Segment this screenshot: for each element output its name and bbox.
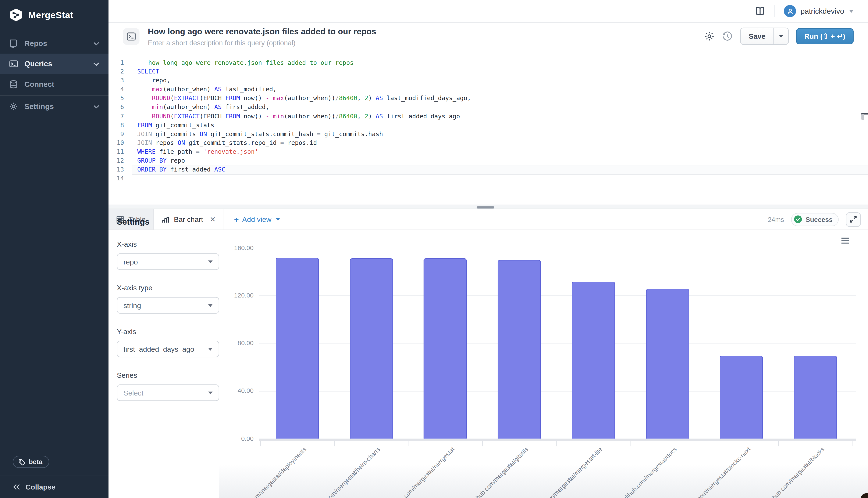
code-text: ROUND(EXTRACT(EPOCH FROM now() - min(aut…: [132, 112, 868, 121]
y-axis-tick-label: 0.00: [219, 435, 253, 442]
query-settings-gear-button[interactable]: [704, 31, 715, 41]
tag-icon: [18, 458, 25, 466]
sidebar-item-label: Repos: [24, 39, 87, 48]
code-line[interactable]: 2SELECT: [108, 67, 868, 76]
code-text: max(author_when) AS last_modified,: [132, 85, 868, 94]
code-text: ROUND(EXTRACT(EPOCH FROM now() - max(aut…: [132, 94, 868, 103]
line-number: 5: [108, 94, 132, 103]
select-value: repo: [124, 258, 138, 266]
query-title[interactable]: How long ago were renovate.json files ad…: [148, 26, 376, 36]
code-line[interactable]: 1-- how long ago were renovate.json file…: [108, 58, 868, 67]
x-axis-category-label: github.com/mergestat/docs: [621, 446, 678, 498]
bar-gitutils[interactable]: [498, 260, 541, 439]
sidebar-item-connect[interactable]: Connect: [0, 74, 108, 95]
chart-menu-hamburger-icon[interactable]: [841, 237, 850, 244]
bar-mergestat[interactable]: [424, 258, 467, 438]
query-history-button[interactable]: [722, 31, 733, 42]
code-text: ORDER BY first_added ASC: [132, 165, 868, 174]
mergestat-app: MergeStat Repos: [0, 0, 868, 498]
code-line[interactable]: 7 ROUND(EXTRACT(EPOCH FROM now() - min(a…: [108, 112, 868, 121]
query-description-input[interactable]: Enter a short description for this query…: [148, 39, 295, 47]
username[interactable]: patrickdevivo: [801, 7, 844, 15]
bar-blocks-next[interactable]: [720, 355, 763, 439]
expand-arrows-icon: [850, 216, 857, 223]
bar-docs[interactable]: [646, 288, 689, 438]
line-number: 14: [108, 174, 132, 183]
docs-book-icon[interactable]: [755, 6, 766, 15]
select-value: Select: [124, 389, 143, 397]
expand-results-button[interactable]: [846, 212, 861, 226]
editor-scrollbar-thumb[interactable]: [861, 114, 864, 120]
chart-bottom-fade: [219, 464, 868, 498]
code-line[interactable]: 6 min(author_when) AS first_added,: [108, 103, 868, 112]
bar-deployments[interactable]: [276, 258, 319, 438]
brand[interactable]: MergeStat: [0, 0, 108, 29]
bar-blocks[interactable]: [794, 355, 837, 438]
select-caret-icon: [208, 260, 213, 263]
code-line[interactable]: 12GROUP BY repo: [108, 156, 868, 165]
view-settings-fields: X-axisrepoX-axis typestringY-axisfirst_a…: [117, 240, 219, 401]
code-line[interactable]: 11WHERE file_path = 'renovate.json': [108, 147, 868, 156]
x-axis-tick: [334, 441, 335, 446]
add-view-button[interactable]: + Add view: [234, 209, 280, 230]
panel-resize-handle[interactable]: [476, 206, 494, 208]
x-axis-category-label: github.com/mergestat/blocks-next: [682, 446, 752, 498]
code-text: SELECT: [132, 67, 868, 76]
code-line[interactable]: 4 max(author_when) AS last_modified,: [108, 85, 868, 94]
sidebar-item-label: Connect: [24, 80, 100, 89]
user-menu-caret-icon[interactable]: [849, 10, 854, 13]
chevron-down-icon: [93, 104, 100, 109]
connect-icon: [9, 80, 18, 89]
select-x-axis[interactable]: repo: [117, 253, 219, 270]
code-line[interactable]: 8FROM git_commit_stats: [108, 121, 868, 130]
x-axis-tick: [853, 441, 853, 446]
sql-editor[interactable]: 1-- how long ago were renovate.json file…: [108, 55, 868, 205]
x-axis-tick: [260, 441, 261, 446]
brand-name: MergeStat: [28, 10, 73, 20]
y-axis-tick-label: 120.00: [219, 292, 253, 299]
topbar-divider: [775, 5, 775, 17]
gridline: [259, 391, 856, 392]
code-line[interactable]: 10JOIN repos ON git_commit_stats.repo_id…: [108, 139, 868, 147]
code-lines: 1-- how long ago were renovate.json file…: [108, 55, 868, 183]
bar-mergestat-lite[interactable]: [572, 281, 615, 439]
select-series[interactable]: Select: [117, 384, 219, 401]
terminal-icon: [126, 31, 136, 41]
sidebar-item-settings[interactable]: Settings: [0, 96, 108, 117]
caret-down-icon: [779, 35, 783, 38]
x-axis-tick: [556, 441, 557, 446]
code-line[interactable]: 14: [108, 174, 868, 183]
add-view-label: Add view: [242, 215, 271, 223]
sidebar-item-queries[interactable]: Queries: [0, 54, 108, 74]
x-axis-category-label: github.com/mergestat/mergestat-lite: [530, 446, 603, 498]
select-y-axis[interactable]: first_added_days_ago: [117, 341, 219, 357]
code-line[interactable]: 13ORDER BY first_added ASC: [108, 165, 868, 174]
select-x-axis-type[interactable]: string: [117, 297, 219, 314]
run-query-button[interactable]: Run (⇧ + ↵): [796, 28, 854, 44]
code-line[interactable]: 9JOIN git_commits ON git_commit_stats.co…: [108, 130, 868, 139]
save-button[interactable]: Save: [741, 28, 773, 44]
line-number: 9: [108, 130, 132, 139]
code-text: WHERE file_path = 'renovate.json': [132, 147, 868, 156]
x-axis-category-label: github.com/mergestat/deployments: [235, 446, 307, 498]
collapse-sidebar-button[interactable]: Collapse: [0, 475, 108, 498]
save-options-caret-button[interactable]: [773, 28, 788, 44]
chevron-down-icon: [93, 62, 100, 66]
code-text: GROUP BY repo: [132, 156, 868, 165]
x-axis-category-label: github.com/mergestat/mergestat: [389, 446, 456, 498]
line-number: 7: [108, 112, 132, 121]
code-text: repo,: [132, 76, 868, 85]
plus-icon: +: [234, 215, 239, 223]
bar-helm-charts[interactable]: [350, 258, 393, 439]
sidebar-item-label: Queries: [24, 60, 87, 68]
code-line[interactable]: 5 ROUND(EXTRACT(EPOCH FROM now() - max(a…: [108, 94, 868, 103]
view-settings-panel: Settings X-axisrepoX-axis typestringY-ax…: [117, 217, 219, 401]
code-line[interactable]: 3 repo,: [108, 76, 868, 85]
line-number: 4: [108, 85, 132, 94]
avatar[interactable]: [784, 5, 796, 17]
y-axis-tick-label: 40.00: [219, 387, 253, 394]
sidebar-item-repos[interactable]: Repos: [0, 33, 108, 54]
x-axis-category-label: github.com/mergestat/gitutils: [470, 446, 529, 498]
line-number: 1: [108, 58, 132, 67]
collapse-label: Collapse: [25, 483, 55, 491]
